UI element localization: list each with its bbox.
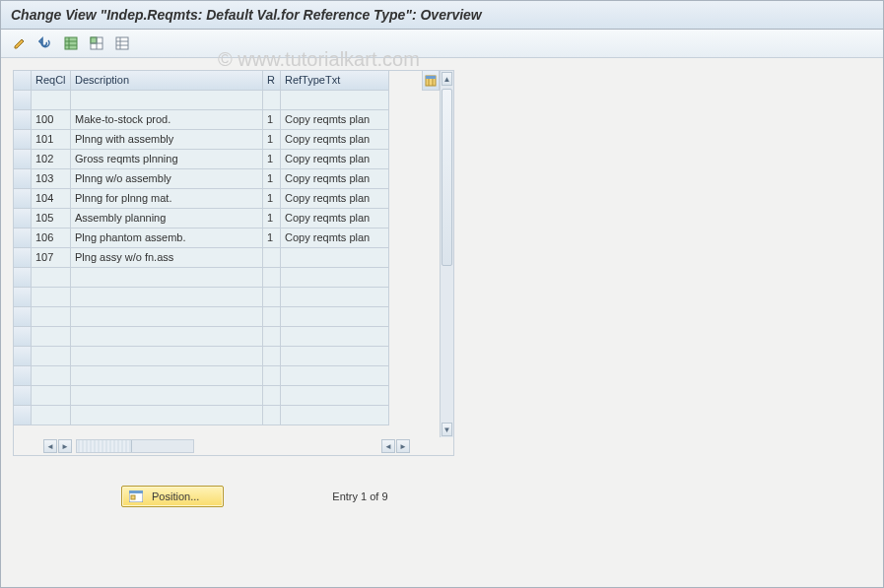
cell-reftypetxt[interactable]: Copy reqmts plan [281, 189, 389, 209]
scroll-right2-button[interactable]: ► [396, 439, 410, 453]
row-selector[interactable] [14, 386, 32, 406]
cell-reqcl[interactable] [32, 268, 71, 288]
scroll-left-button[interactable]: ◄ [43, 439, 57, 453]
cell-reftypetxt[interactable] [281, 347, 389, 366]
cell-reqcl[interactable] [32, 347, 71, 366]
cell-r[interactable] [263, 386, 281, 406]
col-header-reqcl[interactable]: ReqCl [32, 71, 71, 91]
cell-reqcl[interactable] [32, 288, 71, 307]
col-header-reftypetxt[interactable]: RefTypeTxt [281, 71, 389, 91]
undo-button[interactable] [34, 33, 56, 53]
row-selector[interactable] [14, 248, 32, 268]
cell-description[interactable] [71, 327, 263, 347]
cell-reftypetxt[interactable] [281, 366, 389, 386]
cell-r[interactable] [263, 347, 281, 366]
cell-description[interactable] [71, 288, 263, 307]
cell-reftypetxt[interactable] [281, 327, 389, 347]
cell-reqcl[interactable]: 106 [32, 229, 71, 248]
row-selector[interactable] [14, 229, 32, 248]
select-all-button[interactable] [60, 33, 82, 53]
cell-reqcl[interactable]: 104 [32, 189, 71, 209]
cell-description[interactable]: Plnng with assembly [71, 130, 263, 150]
cell-reftypetxt[interactable]: Copy reqmts plan [281, 150, 389, 169]
row-selector[interactable] [14, 307, 32, 327]
vertical-scrollbar[interactable]: ▲ ▼ [440, 71, 453, 437]
cell-reftypetxt[interactable] [281, 248, 389, 268]
cell-reqcl[interactable]: 101 [32, 130, 71, 150]
cell-description[interactable]: Assembly planning [71, 209, 263, 229]
cell-reqcl[interactable] [32, 327, 71, 347]
vscroll-track[interactable] [441, 87, 453, 422]
row-selector[interactable] [14, 366, 32, 386]
cell-description[interactable] [71, 91, 263, 110]
cell-reqcl[interactable] [32, 91, 71, 110]
cell-r[interactable] [263, 406, 281, 425]
cell-description[interactable]: Plnng for plnng mat. [71, 189, 263, 209]
row-selector[interactable] [14, 150, 32, 169]
cell-r[interactable]: 1 [263, 110, 281, 130]
change-button[interactable] [9, 33, 31, 53]
cell-reqcl[interactable] [32, 406, 71, 425]
cell-reftypetxt[interactable] [281, 91, 389, 110]
cell-reqcl[interactable]: 107 [32, 248, 71, 268]
col-header-selector[interactable] [14, 71, 32, 91]
cell-reftypetxt[interactable]: Copy reqmts plan [281, 209, 389, 229]
cell-reftypetxt[interactable]: Copy reqmts plan [281, 130, 389, 150]
hscroll-track[interactable] [76, 439, 194, 453]
row-selector[interactable] [14, 91, 32, 110]
cell-description[interactable] [71, 406, 263, 425]
cell-description[interactable] [71, 347, 263, 366]
row-selector[interactable] [14, 110, 32, 130]
row-selector[interactable] [14, 347, 32, 366]
cell-r[interactable] [263, 307, 281, 327]
scroll-down-button[interactable]: ▼ [442, 423, 452, 436]
cell-reftypetxt[interactable] [281, 288, 389, 307]
position-button[interactable]: Position... [121, 486, 224, 507]
row-selector[interactable] [14, 209, 32, 229]
cell-reqcl[interactable] [32, 307, 71, 327]
cell-reqcl[interactable]: 103 [32, 169, 71, 189]
row-selector[interactable] [14, 130, 32, 150]
cell-r[interactable] [263, 366, 281, 386]
vscroll-thumb[interactable] [442, 89, 452, 266]
cell-r[interactable] [263, 91, 281, 110]
cell-reftypetxt[interactable]: Copy reqmts plan [281, 169, 389, 189]
cell-description[interactable] [71, 386, 263, 406]
cell-reqcl[interactable]: 105 [32, 209, 71, 229]
cell-description[interactable]: Plng phantom assemb. [71, 229, 263, 248]
row-selector[interactable] [14, 288, 32, 307]
cell-description[interactable]: Plng assy w/o fn.ass [71, 248, 263, 268]
cell-reftypetxt[interactable]: Copy reqmts plan [281, 110, 389, 130]
scroll-right-button[interactable]: ► [58, 439, 72, 453]
cell-reqcl[interactable] [32, 366, 71, 386]
cell-r[interactable] [263, 268, 281, 288]
cell-reftypetxt[interactable] [281, 268, 389, 288]
cell-r[interactable]: 1 [263, 150, 281, 169]
cell-r[interactable]: 1 [263, 189, 281, 209]
cell-description[interactable] [71, 307, 263, 327]
cell-reqcl[interactable]: 100 [32, 110, 71, 130]
row-selector[interactable] [14, 327, 32, 347]
col-header-r[interactable]: R [263, 71, 281, 91]
cell-description[interactable] [71, 366, 263, 386]
select-block-button[interactable] [86, 33, 107, 53]
cell-r[interactable]: 1 [263, 229, 281, 248]
row-selector[interactable] [14, 268, 32, 288]
row-selector[interactable] [14, 406, 32, 425]
table-config-button[interactable] [422, 71, 440, 91]
cell-reqcl[interactable] [32, 386, 71, 406]
cell-r[interactable]: 1 [263, 169, 281, 189]
cell-reftypetxt[interactable] [281, 406, 389, 425]
row-selector[interactable] [14, 169, 32, 189]
cell-r[interactable]: 1 [263, 130, 281, 150]
cell-r[interactable] [263, 327, 281, 347]
cell-r[interactable] [263, 248, 281, 268]
cell-description[interactable]: Plnng w/o assembly [71, 169, 263, 189]
cell-description[interactable] [71, 268, 263, 288]
cell-reqcl[interactable]: 102 [32, 150, 71, 169]
cell-reftypetxt[interactable] [281, 307, 389, 327]
cell-description[interactable]: Make-to-stock prod. [71, 110, 263, 130]
col-header-description[interactable]: Description [71, 71, 263, 91]
cell-description[interactable]: Gross reqmts plnning [71, 150, 263, 169]
scroll-up-button[interactable]: ▲ [442, 72, 452, 86]
